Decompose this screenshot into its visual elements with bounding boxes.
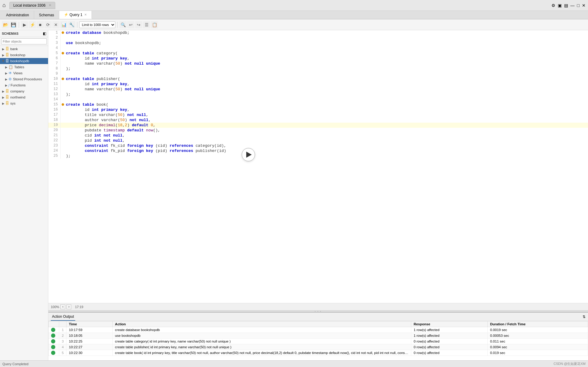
open-file-btn[interactable]: 📂	[2, 21, 9, 28]
tables-icon: 📋	[8, 65, 13, 69]
tab-query1[interactable]: ⚡ Query 1 ✕	[59, 11, 92, 19]
sidebar-item-northwind[interactable]: ▶ 🗄 northwind	[0, 94, 48, 100]
sidebar-toggle-icon[interactable]: ◧	[43, 31, 46, 36]
col-status	[49, 321, 59, 327]
code-line-5: 5 create table category(	[48, 51, 588, 56]
code-line-22: 22 pid int not null,	[48, 138, 588, 143]
status-dot	[51, 339, 55, 343]
northwind-label: northwind	[10, 95, 25, 99]
table-row: 1 10:17:59 create database bookshopdb 1 …	[49, 327, 588, 333]
zoom-decrement[interactable]: ‹	[60, 304, 65, 309]
sp-icon: ⚙	[8, 77, 12, 81]
limit-select[interactable]: Limit to 1000 rows Limit to 500 rows Don…	[79, 21, 115, 28]
toolbar: 📂 💾 ▶ ⚡ ■ ⟳ ✕ 📊 🔧 Limit to 1000 rows Lim…	[0, 19, 588, 30]
code-editor[interactable]: 1 create database bookshopdb; 2 3 use bo…	[48, 30, 588, 303]
instance-tab[interactable]: Local instance 3306 ✕	[9, 2, 55, 9]
instance-tab-label: Local instance 3306	[13, 3, 46, 8]
sys-db-icon: 🗄	[5, 101, 9, 105]
refresh-btn[interactable]: ⟳	[44, 21, 52, 28]
table-row: 5 10:22:30 create table book( id int pri…	[49, 350, 588, 356]
code-line-14: 14	[48, 97, 588, 102]
search-input[interactable]	[1, 38, 47, 44]
sidebar-item-bookshopdb[interactable]: ▶ 🗄 bookshopdb	[0, 58, 48, 64]
line5-dot	[62, 52, 64, 54]
play-button[interactable]	[242, 148, 255, 161]
bank-label: bank	[10, 47, 18, 51]
code-line-21: 21 cid int not null,	[48, 133, 588, 138]
execute-current-btn[interactable]: ⚡	[29, 21, 36, 28]
views-icon: 👁	[8, 71, 12, 75]
status-cell	[49, 339, 59, 344]
sp-label: Stored Procedures	[13, 77, 42, 81]
maximize-icon[interactable]: □	[577, 3, 580, 8]
stop-btn[interactable]: ■	[37, 21, 44, 28]
response-cell: 0 row(s) affected	[411, 350, 487, 356]
clear-btn[interactable]: ✕	[52, 21, 60, 28]
status-bar: 100% ‹ › 17:19	[48, 303, 588, 310]
line10-dot	[62, 78, 64, 80]
col-response: Response	[411, 321, 487, 327]
action-output-label: Action Output	[52, 314, 74, 319]
bookshopdb-label: bookshopdb	[10, 59, 29, 63]
sort-icon[interactable]: ⇅	[583, 315, 586, 319]
action-cell: create table book( id int primary key, t…	[112, 350, 411, 356]
close-icon[interactable]: ✕	[49, 3, 51, 7]
sidebar-item-sys[interactable]: ▶ 🗄 sys	[0, 100, 48, 106]
settings-icon[interactable]: ⚙	[551, 3, 555, 8]
search-btn[interactable]: 🔍	[119, 21, 127, 28]
bank-db-icon: 🗄	[5, 47, 9, 51]
code-line-19: 19 price decimal(18,2) default 0,	[48, 123, 588, 128]
tab-schemas[interactable]: Schemas	[34, 11, 59, 19]
status-cell	[49, 327, 59, 333]
sidebar-header: SCHEMAS ◧	[0, 30, 48, 37]
code-line-4: 4	[48, 46, 588, 51]
status-dot	[51, 351, 55, 355]
execute-btn[interactable]: ▶	[21, 21, 28, 28]
snippets-btn[interactable]: 📋	[151, 21, 158, 28]
zoom-level: 100%	[51, 305, 59, 309]
sidebar-item-tables[interactable]: ▶ 📋 Tables	[0, 64, 48, 70]
sidebar-item-views[interactable]: ▶ 👁 Views	[0, 70, 48, 76]
minimize-icon[interactable]: —	[570, 3, 575, 8]
line15-dot	[62, 103, 64, 106]
layout-icon1[interactable]: ▣	[558, 3, 562, 8]
sidebar-item-bookshop[interactable]: ▶ 🗄 bookshop	[0, 52, 48, 58]
tab-query1-close[interactable]: ✕	[84, 13, 87, 16]
code-line-18: 18 author varchar(50) not null,	[48, 118, 588, 123]
layout-icon2[interactable]: ▤	[564, 3, 568, 8]
code-line-20: 20 pubdate timestamp default now(),	[48, 128, 588, 133]
duration-cell: 0.00053 sec	[488, 333, 588, 339]
save-btn[interactable]: 💾	[10, 21, 17, 28]
explain-btn[interactable]: 📊	[60, 21, 67, 28]
code-line-23: 23 constraint fk_cid foreign key (cid) r…	[48, 143, 588, 148]
code-line-1: 1 create database bookshopdb;	[48, 30, 588, 35]
format-btn[interactable]: 🔧	[68, 21, 75, 28]
fn-icon: 𝑓	[8, 83, 9, 87]
tab-action-output[interactable]: Action Output	[51, 313, 75, 321]
tab-administration[interactable]: Administration	[1, 11, 34, 19]
home-icon[interactable]: ⌂	[2, 2, 6, 8]
sidebar-item-functions[interactable]: ▶ 𝑓 Functions	[0, 82, 48, 88]
sidebar-item-stored-procedures[interactable]: ▶ ⚙ Stored Procedures	[0, 76, 48, 82]
window-close-icon[interactable]: ✕	[582, 3, 586, 8]
northwind-arrow: ▶	[1, 96, 5, 99]
sidebar-item-bank[interactable]: ▶ 🗄 bank	[0, 46, 48, 52]
sidebar-item-company[interactable]: ▶ 🗄 company	[0, 88, 48, 94]
views-label: Views	[13, 71, 22, 75]
time-cell: 10:22:30	[66, 350, 113, 356]
query-icon: ⚡	[64, 13, 68, 17]
undo-btn[interactable]: ↩	[127, 21, 134, 28]
code-line-8: 8 );	[48, 66, 588, 71]
bottom-panel: Action Output ⇅ Time Action Response	[48, 312, 588, 360]
col-num	[59, 321, 66, 327]
navtabs: Administration Schemas ⚡ Query 1 ✕	[0, 11, 588, 19]
status-dot	[51, 345, 55, 349]
status-dot	[51, 333, 55, 338]
code-line-25: 25 );	[48, 153, 588, 159]
redo-btn[interactable]: ↪	[135, 21, 142, 28]
beautify-btn[interactable]: ☰	[143, 21, 150, 28]
duration-cell: 0.0094 sec	[488, 344, 588, 350]
tab-schemas-label: Schemas	[39, 13, 54, 17]
status-dot	[51, 328, 55, 332]
zoom-increment[interactable]: ›	[66, 304, 71, 309]
